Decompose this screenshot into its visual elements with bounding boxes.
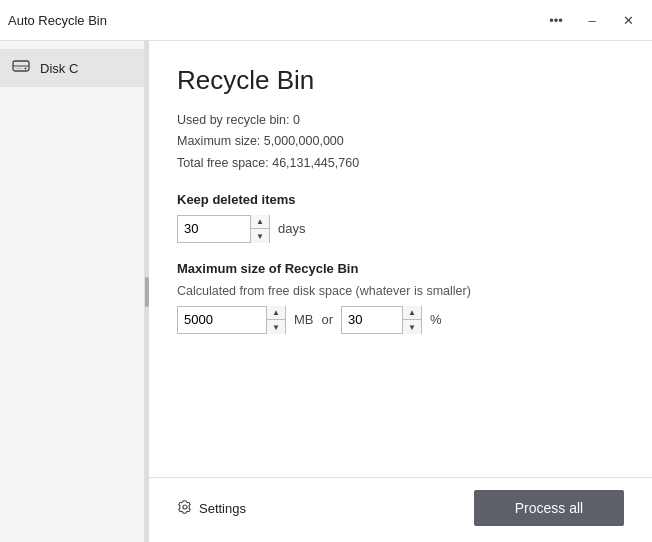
max-size-row: ▲ ▼ MB or ▲ ▼ % bbox=[177, 306, 624, 334]
sidebar: Disk C bbox=[0, 41, 145, 542]
max-size-label: Maximum size: 5,000,000,000 bbox=[177, 131, 624, 152]
keep-days-up[interactable]: ▲ bbox=[251, 215, 269, 230]
mb-down[interactable]: ▼ bbox=[267, 320, 285, 334]
more-button[interactable]: ••• bbox=[540, 8, 572, 32]
content-area: Recycle Bin Used by recycle bin: 0 Maxim… bbox=[149, 41, 652, 542]
mb-input[interactable] bbox=[178, 307, 266, 333]
sidebar-item-disk-c[interactable]: Disk C bbox=[0, 49, 144, 87]
keep-days-spinner[interactable]: ▲ ▼ bbox=[177, 215, 270, 243]
pct-input[interactable] bbox=[342, 307, 402, 333]
mb-spinner[interactable]: ▲ ▼ bbox=[177, 306, 286, 334]
max-size-description: Calculated from free disk space (whateve… bbox=[177, 284, 624, 298]
footer: Settings Process all bbox=[149, 477, 652, 542]
pct-unit: % bbox=[430, 312, 442, 327]
settings-link[interactable]: Settings bbox=[177, 499, 246, 518]
settings-label: Settings bbox=[199, 501, 246, 516]
max-size-section: Maximum size of Recycle Bin Calculated f… bbox=[177, 261, 624, 334]
mb-arrows: ▲ ▼ bbox=[266, 306, 285, 334]
max-size-section-title: Maximum size of Recycle Bin bbox=[177, 261, 624, 276]
app-body: Disk C Recycle Bin Used by recycle bin: … bbox=[0, 40, 652, 542]
keep-days-unit: days bbox=[278, 221, 305, 236]
pct-spinner[interactable]: ▲ ▼ bbox=[341, 306, 422, 334]
window-controls: ••• – ✕ bbox=[540, 8, 644, 32]
keep-section: Keep deleted items ▲ ▼ days bbox=[177, 192, 624, 243]
titlebar: Auto Recycle Bin ••• – ✕ bbox=[0, 0, 652, 40]
close-button[interactable]: ✕ bbox=[612, 8, 644, 32]
app-title: Auto Recycle Bin bbox=[8, 13, 107, 28]
free-space-label: Total free space: 46,131,445,760 bbox=[177, 153, 624, 174]
pct-down[interactable]: ▼ bbox=[403, 320, 421, 334]
mb-up[interactable]: ▲ bbox=[267, 306, 285, 321]
keep-days-input[interactable] bbox=[178, 216, 250, 242]
used-by-label: Used by recycle bin: 0 bbox=[177, 110, 624, 131]
minimize-button[interactable]: – bbox=[576, 8, 608, 32]
keep-section-title: Keep deleted items bbox=[177, 192, 624, 207]
pct-up[interactable]: ▲ bbox=[403, 306, 421, 321]
pct-arrows: ▲ ▼ bbox=[402, 306, 421, 334]
svg-point-2 bbox=[25, 68, 27, 70]
sidebar-item-label: Disk C bbox=[40, 61, 78, 76]
page-title: Recycle Bin bbox=[177, 65, 624, 96]
hdd-icon bbox=[12, 57, 30, 79]
keep-days-down[interactable]: ▼ bbox=[251, 229, 269, 243]
keep-days-row: ▲ ▼ days bbox=[177, 215, 624, 243]
or-label: or bbox=[322, 312, 334, 327]
mb-unit: MB bbox=[294, 312, 314, 327]
process-all-button[interactable]: Process all bbox=[474, 490, 624, 526]
keep-days-arrows: ▲ ▼ bbox=[250, 215, 269, 243]
gear-icon bbox=[177, 499, 193, 518]
